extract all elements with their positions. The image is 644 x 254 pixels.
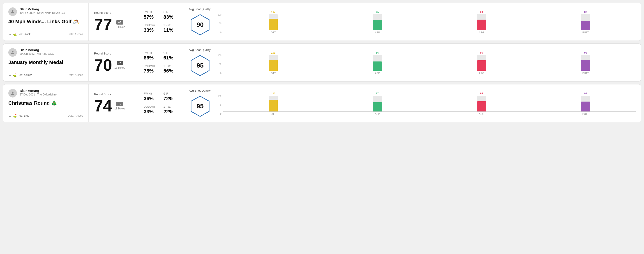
user-info: Blair McHarg 27 Dec 2021 · The Oxfordshi… [8,89,83,98]
bar-group-putt: 82 [536,10,636,30]
bar-value: 82 [584,10,587,13]
card-quality: Avg Shot Quality 90 100 50 0 [184,3,641,40]
weather-icon: ☁ [8,73,12,77]
bars-and-labels: 101 86 96 99 [223,51,636,75]
bar-x-label: OTT [223,31,324,34]
score-badge: +2 18 Holes [114,102,125,110]
bar-group-ott: 101 [223,51,324,71]
bar-x-label: PUTT [536,113,636,115]
fw-hit-value: 57% [144,14,158,20]
hexagon-container: 95 [189,54,211,77]
user-details: Blair McHarg 27 Dec 2021 · The Oxfordshi… [20,89,56,96]
card-stats: FW Hit 86% GIR 61% Up/Down 78% 1 Putt 56… [138,44,184,81]
bag-icon: ⛳ [13,32,17,36]
bar-group-ott: 110 [223,92,324,112]
bar-group-app: 95 [327,10,428,30]
card-quality: Avg Shot Quality 95 100 50 0 [184,44,641,81]
card-score: Round Score 74 +2 18 Holes [89,84,138,122]
hexagon-score: 95 [196,103,204,110]
hexagon-container: 90 [189,13,211,36]
oneputt-stat: 1 Putt 56% [164,64,178,74]
score-row: 77 +5 18 Holes [94,16,133,32]
card-left: Blair McHarg 27 Dec 2021 · The Oxfordshi… [3,84,89,122]
quality-left: Avg Shot Quality 95 [189,89,211,118]
y-axis: 100 50 0 [218,13,222,34]
updown-stat: Up/Down 78% [144,64,158,74]
quality-left: Avg Shot Quality 95 [189,48,211,77]
card-score: Round Score 70 -2 18 Holes [89,44,138,81]
bar-group-ott: 107 [223,10,324,30]
score-badge: +5 18 Holes [114,20,125,29]
bars-and-labels: 107 95 98 82 [223,10,636,34]
bar-group-app: 87 [327,92,428,112]
user-meta: 12 Feb 2022 · Royal North Devon GC [20,11,65,15]
score-number: 74 [94,98,112,114]
tee-info: ☁ ⛳ Tee: Black [8,32,30,36]
bar-group-arg: 96 [432,51,532,71]
bars-and-labels: 110 87 95 93 [223,91,636,115]
oneputt-label: 1 Putt [164,64,178,68]
svg-point-0 [12,10,13,12]
fw-hit-label: FW Hit [144,51,158,54]
avatar [8,48,17,57]
card-stats: FW Hit 36% GIR 72% Up/Down 33% 1 Putt 22… [138,84,184,122]
gir-label: GIR [164,92,178,95]
oneputt-stat: 1 Putt 11% [164,24,178,33]
quality-label: Avg Shot Quality [189,89,211,92]
updown-label: Up/Down [144,105,158,108]
score-label: Round Score [94,11,133,14]
bag-icon: ⛳ [13,114,17,118]
tee-info: ☁ ⛳ Tee: Blue [8,114,29,118]
fw-hit-stat: FW Hit 57% [144,10,158,20]
round-title: 40 Mph Winds... Links Golf 🪃 [8,19,83,24]
bar-value: 99 [584,51,587,54]
user-name: Blair McHarg [20,89,56,93]
y-axis: 100 50 0 [218,54,222,75]
avatar [8,7,17,16]
score-row: 70 -2 18 Holes [94,57,133,73]
bar-x-label: APP [327,31,428,34]
y-axis: 100 50 0 [218,95,222,115]
user-meta: 27 Dec 2021 · The Oxfordshire [20,93,56,96]
bar-x-label: APP [327,113,428,115]
gir-label: GIR [164,10,178,14]
card-footer: ☁ ⛳ Tee: Blue Data: Arccos [8,114,83,118]
score-label: Round Score [94,93,133,96]
updown-value: 33% [144,109,158,115]
svg-point-4 [12,92,13,93]
updown-value: 33% [144,27,158,33]
bar-labels-row: OTTAPPARGPUTT [223,113,636,115]
y-label-0: 0 [220,72,222,75]
y-label-0: 0 [220,31,222,34]
bar-x-label: OTT [223,113,324,115]
score-modifier: -2 [116,61,123,65]
chart-container: 100 50 0 101 86 96 [218,51,636,75]
bar-x-label: APP [327,72,428,75]
card-score: Round Score 77 +5 18 Holes [89,3,138,40]
round-title: Christmas Round 🎄 [8,100,83,106]
round-card: Blair McHarg 12 Feb 2022 · Royal North D… [3,3,641,41]
user-meta: 29 Jan 2022 · Mill Ride GCC [20,52,54,55]
y-label-50: 50 [219,22,222,25]
data-source: Data: Arccos [68,73,83,77]
user-info: Blair McHarg 29 Jan 2022 · Mill Ride GCC [8,48,83,57]
chart-container: 100 50 0 110 87 95 [218,91,636,115]
bar-labels-row: OTTAPPARGPUTT [223,31,636,34]
round-card: Blair McHarg 29 Jan 2022 · Mill Ride GCC… [3,43,641,82]
holes-text: 18 Holes [114,107,125,110]
oneputt-stat: 1 Putt 22% [164,105,178,115]
bar-group-putt: 99 [536,51,636,71]
bar-x-label: OTT [223,72,324,75]
bars-area: 101 86 96 99 [223,51,636,71]
tee-info: ☁ ⛳ Tee: Yellow [8,73,32,77]
oneputt-value: 56% [164,68,178,74]
bar-group-arg: 95 [432,92,532,112]
bar-group-app: 86 [327,51,428,71]
card-stats: FW Hit 57% GIR 83% Up/Down 33% 1 Putt 11… [138,3,184,40]
bar-x-label: ARG [432,72,532,75]
user-details: Blair McHarg 12 Feb 2022 · Royal North D… [20,7,65,15]
stats-grid: FW Hit 57% GIR 83% Up/Down 33% 1 Putt 11… [144,10,178,33]
gir-value: 72% [164,96,178,102]
stats-grid: FW Hit 36% GIR 72% Up/Down 33% 1 Putt 22… [144,92,178,115]
gir-stat: GIR 83% [164,10,178,20]
